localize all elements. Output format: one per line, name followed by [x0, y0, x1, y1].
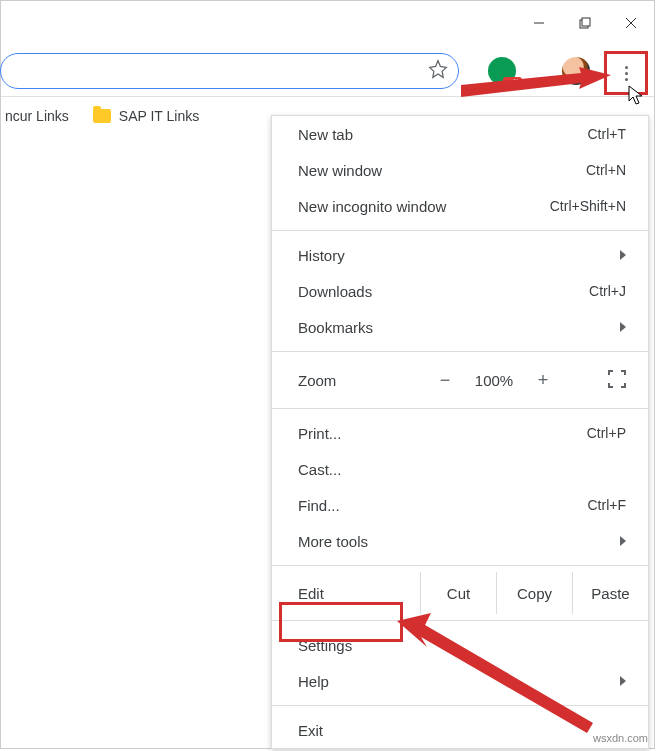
edit-paste-button[interactable]: Paste — [572, 572, 648, 614]
edit-copy-button[interactable]: Copy — [496, 572, 572, 614]
menu-separator — [272, 565, 648, 566]
menu-bookmarks[interactable]: Bookmarks — [272, 309, 648, 345]
folder-icon — [93, 109, 111, 123]
menu-separator — [272, 620, 648, 621]
menu-shortcut: Ctrl+J — [589, 283, 626, 299]
menu-label: History — [298, 247, 345, 264]
menu-label: Help — [298, 673, 329, 690]
bookmark-label: SAP IT Links — [119, 108, 199, 124]
browser-toolbar: off — [1, 45, 654, 97]
menu-zoom-row: Zoom − 100% + — [272, 358, 648, 402]
menu-label: Exit — [298, 722, 323, 739]
bookmark-star-icon[interactable] — [428, 59, 448, 83]
menu-new-window[interactable]: New window Ctrl+N — [272, 152, 648, 188]
menu-print[interactable]: Print... Ctrl+P — [272, 415, 648, 451]
menu-find[interactable]: Find... Ctrl+F — [272, 487, 648, 523]
menu-new-tab[interactable]: New tab Ctrl+T — [272, 116, 648, 152]
menu-exit[interactable]: Exit — [272, 712, 648, 748]
menu-downloads[interactable]: Downloads Ctrl+J — [272, 273, 648, 309]
menu-shortcut: Ctrl+N — [586, 162, 626, 178]
menu-separator — [272, 408, 648, 409]
extension-off-badge: off — [503, 77, 522, 90]
menu-separator — [272, 351, 648, 352]
browser-window: off ncur Links SAP IT Links New tab Ctrl… — [0, 0, 655, 749]
menu-label: New tab — [298, 126, 353, 143]
menu-edit-row: Edit Cut Copy Paste — [272, 572, 648, 614]
chrome-menu: New tab Ctrl+T New window Ctrl+N New inc… — [271, 115, 649, 749]
window-titlebar — [1, 1, 654, 45]
menu-label: Downloads — [298, 283, 372, 300]
zoom-in-button[interactable]: + — [522, 370, 564, 391]
bookmark-folder[interactable]: SAP IT Links — [93, 108, 199, 124]
close-button[interactable] — [608, 3, 654, 43]
chevron-right-icon — [620, 322, 626, 332]
bookmark-label: ncur Links — [5, 108, 69, 124]
edit-cut-button[interactable]: Cut — [420, 572, 496, 614]
menu-shortcut: Ctrl+P — [587, 425, 626, 441]
profile-avatar[interactable] — [562, 57, 590, 85]
menu-label: New incognito window — [298, 198, 446, 215]
menu-cast[interactable]: Cast... — [272, 451, 648, 487]
menu-new-incognito[interactable]: New incognito window Ctrl+Shift+N — [272, 188, 648, 224]
edit-label: Edit — [298, 585, 420, 602]
fullscreen-icon[interactable] — [608, 370, 626, 391]
watermark: wsxdn.com — [593, 732, 648, 744]
menu-shortcut: Ctrl+T — [588, 126, 627, 142]
minimize-button[interactable] — [516, 3, 562, 43]
zoom-out-button[interactable]: − — [424, 370, 466, 391]
menu-help[interactable]: Help — [272, 663, 648, 699]
menu-label: New window — [298, 162, 382, 179]
svg-rect-2 — [582, 18, 590, 26]
menu-label: More tools — [298, 533, 368, 550]
zoom-percent: 100% — [466, 372, 522, 389]
menu-label: Bookmarks — [298, 319, 373, 336]
menu-more-tools[interactable]: More tools — [272, 523, 648, 559]
bookmark-item[interactable]: ncur Links — [5, 108, 69, 124]
menu-history[interactable]: History — [272, 237, 648, 273]
menu-settings[interactable]: Settings — [272, 627, 648, 663]
menu-label: Settings — [298, 637, 352, 654]
chevron-right-icon — [620, 250, 626, 260]
chevron-right-icon — [620, 536, 626, 546]
zoom-label: Zoom — [298, 372, 424, 389]
menu-shortcut: Ctrl+Shift+N — [550, 198, 626, 214]
maximize-button[interactable] — [562, 3, 608, 43]
kebab-icon — [625, 66, 628, 81]
chrome-menu-button[interactable] — [604, 51, 648, 95]
menu-separator — [272, 230, 648, 231]
menu-label: Print... — [298, 425, 341, 442]
address-bar[interactable] — [0, 53, 459, 89]
menu-label: Find... — [298, 497, 340, 514]
chevron-right-icon — [620, 676, 626, 686]
menu-label: Cast... — [298, 461, 341, 478]
menu-shortcut: Ctrl+F — [588, 497, 627, 513]
menu-separator — [272, 705, 648, 706]
